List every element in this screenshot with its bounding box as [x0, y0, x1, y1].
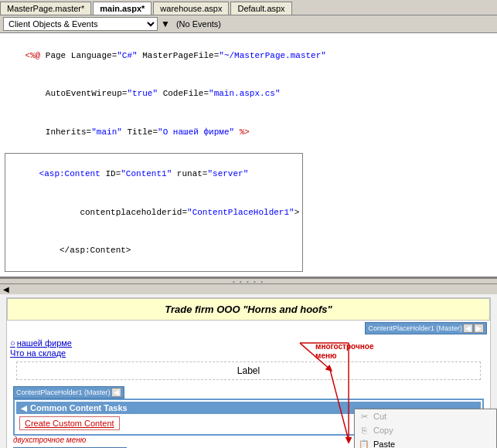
code-line-3: Inherits="main" Title="О нашей фирме" %> [5, 113, 492, 151]
splitter[interactable]: • • • • • [0, 278, 497, 284]
nav-arrows: ◀ [0, 284, 497, 294]
toolbar: Client Objects & Events ▼ (No Events) [0, 15, 497, 33]
content-code-box: <asp:Content ID="Content1" runat="server… [5, 153, 303, 273]
label-text: Label [237, 365, 260, 376]
menu-item-paste[interactable]: 📋 Paste [355, 437, 496, 448]
link-nash-firme[interactable]: ○нашей фирме [10, 338, 487, 348]
menu-item-copy[interactable]: ⎘ Copy [355, 423, 496, 437]
cph-label-2: ContentPlaceHolder1 (Master) [16, 389, 111, 396]
code-line-5: contentplaceholderid="ContentPlaceHolder… [9, 193, 299, 232]
link-sklad[interactable]: Что на складе [10, 348, 487, 358]
task-header-label-1: Common Content Tasks [30, 403, 128, 412]
client-objects-dropdown[interactable]: Client Objects & Events [3, 17, 158, 31]
code-editor[interactable]: <%@ Page Language="C#" MasterPageFile="~… [0, 33, 497, 278]
tab-default[interactable]: Default.aspx [230, 2, 291, 15]
code-line-4: <asp:Content ID="Content1" runat="server… [9, 155, 299, 194]
code-line-1: <%@ Page Language="C#" MasterPageFile="~… [5, 36, 492, 75]
splitter-handle: • • • • • [233, 278, 264, 285]
cph-btn-left-1[interactable]: ◀ [463, 324, 473, 333]
menu-item-cut[interactable]: ✂ Cut [355, 409, 496, 423]
cph-tag-label-1: ContentPlaceHolder1 (Master) [368, 324, 462, 332]
events-label: (No Events) [176, 19, 221, 29]
tab-bar: MasterPage.master* main.aspx* warehouse.… [0, 0, 497, 15]
firm-header: Trade firm OOO "Horns and hoofs" [7, 298, 490, 321]
cut-icon: ✂ [358, 410, 370, 423]
cph-tag-row: ContentPlaceHolder1 (Master) ◀ ▶ [10, 322, 487, 334]
toolbar-arrow: ▼ [161, 19, 170, 29]
cph-btn-right-1[interactable]: ▶ [474, 324, 484, 333]
cph-tag-1: ContentPlaceHolder1 (Master) ◀ ▶ [365, 322, 487, 334]
menu-copy-label: Copy [373, 426, 393, 435]
menu-paste-label: Paste [373, 440, 395, 448]
context-menu: ✂ Cut ⎘ Copy 📋 Paste Paste Alternate Del… [354, 409, 497, 448]
copy-icon: ⎘ [358, 424, 370, 436]
menu-cut-label: Cut [373, 412, 386, 421]
tab-warehouse[interactable]: warehouse.aspx [153, 2, 229, 15]
task-arrow-1: ◀ [21, 404, 27, 412]
cph-tag-2: ContentPlaceHolder1 (Master) ◀ [13, 386, 124, 399]
cph-master-section: ContentPlaceHolder1 (Master) ◀ ▶ ○нашей … [7, 321, 490, 383]
cph-btn-2[interactable]: ◀ [111, 388, 121, 397]
tab-mainaspx[interactable]: main.aspx* [93, 2, 151, 15]
cph-buttons-1: ◀ ▶ [462, 324, 484, 333]
label-area: Label [16, 361, 481, 380]
create-custom-text-1: Create Custom Content [19, 416, 120, 430]
code-line-2: AutoEventWireup="true" CodeFile="main.as… [5, 75, 492, 114]
design-area: Trade firm OOO "Horns and hoofs" Content… [0, 294, 497, 448]
nav-left[interactable]: ◀ [2, 285, 11, 294]
paste-icon: 📋 [358, 438, 370, 448]
annotation-multi-menu: многострочное меню [315, 342, 354, 361]
code-line-6: </asp:Content> [9, 232, 299, 270]
tab-masterpage[interactable]: MasterPage.master* [0, 2, 91, 15]
links-area: ○нашей фирме Что на складе [10, 336, 487, 360]
